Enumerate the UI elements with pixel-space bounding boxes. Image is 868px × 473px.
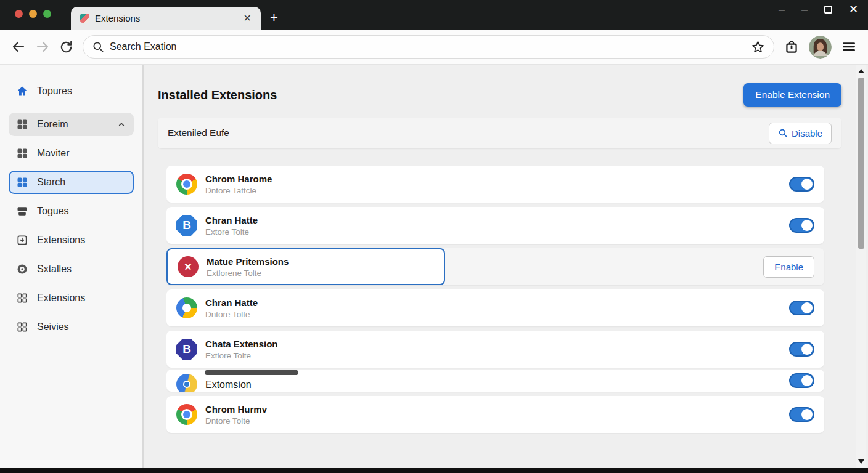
extension-description: Dntore Tolte (205, 416, 267, 426)
scrollbar-thumb[interactable] (858, 78, 864, 249)
search-icon (92, 41, 104, 53)
extension-name: Chran Hatte (205, 297, 258, 308)
extension-row[interactable]: Chran HatteDntore Tolte (166, 289, 824, 326)
sidebar-item-seivies[interactable]: Seivies (9, 315, 134, 339)
minimize-icon-2[interactable]: – (801, 4, 808, 15)
browser-toolbar: Search Exation (0, 30, 868, 65)
extension-row[interactable]: Chrom HurmvDntore Tolte (166, 396, 824, 433)
half-color-icon (176, 374, 197, 392)
extension-row[interactable]: Chrom HaromeDntore Tattcle (166, 166, 824, 203)
sidebar-item-label: Maviter (37, 148, 69, 159)
traffic-lights (15, 10, 51, 18)
close-traffic-light[interactable] (15, 10, 23, 18)
page-title: Installed Extensions (158, 88, 277, 102)
extension-description: Extlore Tolte (205, 351, 278, 360)
extension-toggle[interactable] (789, 407, 814, 422)
new-tab-button[interactable]: + (270, 10, 278, 26)
sidebar-item-topures[interactable]: Topures (9, 79, 134, 103)
grid-outline-icon (16, 292, 28, 304)
extension-info: Chrom HurmvDntore Tolte (176, 396, 267, 433)
extension-description: Extore Tolte (205, 227, 258, 236)
scroll-down-icon[interactable] (858, 459, 864, 464)
toggle-knob (801, 220, 813, 231)
extension-row[interactable]: BChran HatteExtore Tolte (166, 207, 824, 244)
tab-favicon-icon (80, 14, 89, 23)
sidebar: TopuresEoreimMaviterStarchToguesExtensio… (0, 65, 144, 468)
reload-icon[interactable] (59, 40, 73, 54)
chevron-up-icon[interactable] (117, 119, 126, 129)
sidebar-item-maviter[interactable]: Maviter (9, 142, 134, 165)
grid-outline-icon (16, 321, 28, 333)
chrome-logo-icon (176, 404, 197, 425)
extension-name: Matue Pritemsions (207, 256, 289, 267)
extension-name: Chrom Hurmv (205, 404, 267, 414)
extension-name: Chata Extension (205, 339, 278, 349)
extension-toggle[interactable] (789, 177, 814, 192)
grid-icon (16, 118, 28, 131)
toggle-knob (801, 179, 813, 190)
extensions-bag-icon[interactable] (784, 39, 800, 55)
disable-button[interactable]: Disable (769, 123, 832, 144)
search-input[interactable]: Search Exation (110, 41, 177, 52)
filter-label: Exteniled Eufe (168, 127, 229, 139)
toggle-knob (801, 409, 813, 420)
profile-avatar[interactable] (809, 36, 832, 59)
box-arrow-icon (16, 234, 28, 246)
maximize-icon[interactable] (824, 6, 832, 14)
search-icon (778, 128, 788, 138)
toggle-knob (801, 302, 813, 313)
clipped-text-artifact (205, 370, 298, 375)
extension-info: ✕Matue PritemsionsExtlorene Tolte (166, 248, 445, 285)
back-icon[interactable] (11, 39, 26, 54)
extension-row[interactable]: ✕Matue PritemsionsExtlorene TolteEnable (166, 248, 824, 285)
sidebar-item-eoreim[interactable]: Eoreim (9, 113, 134, 136)
extension-toggle[interactable] (789, 301, 814, 315)
zoom-traffic-light[interactable] (43, 10, 51, 18)
extension-list: Chrom HaromeDntore TattcleBChran HatteEx… (166, 166, 824, 433)
main-header: Installed Extensions Enable Extension (158, 83, 841, 107)
extension-row[interactable]: BChata ExtensionExtlore Tolte (166, 331, 824, 368)
toggle-knob (801, 375, 813, 386)
scrollbar[interactable] (856, 65, 866, 468)
minimize-icon[interactable]: – (779, 4, 785, 15)
extension-toggle[interactable] (789, 218, 814, 233)
window-close-icon[interactable]: ✕ (849, 4, 858, 15)
sidebar-item-label: Topures (37, 86, 72, 97)
disable-button-label: Disable (792, 128, 822, 139)
minimize-traffic-light[interactable] (29, 10, 37, 18)
color-ring-icon (176, 297, 197, 318)
chrome-logo-icon (176, 174, 197, 195)
extension-description: Extlorene Tolte (207, 269, 289, 278)
bottom-bar (0, 468, 868, 473)
sidebar-item-label: Seivies (37, 321, 69, 333)
sidebar-item-starch[interactable]: Starch (9, 171, 134, 194)
sidebar-item-sxtalles[interactable]: Sxtalles (9, 257, 134, 281)
extension-toggle[interactable] (789, 342, 814, 357)
sidebar-item-label: Sxtalles (37, 264, 72, 275)
scroll-up-icon[interactable] (858, 69, 864, 73)
extension-row[interactable]: Extomsion (166, 370, 824, 392)
bookmark-star-icon[interactable] (751, 40, 765, 54)
extension-description: Dntore Tattcle (205, 186, 272, 195)
address-bar[interactable]: Search Exation (83, 35, 774, 59)
sidebar-item-togues[interactable]: Togues (9, 200, 134, 223)
menu-hamburger-icon[interactable] (841, 39, 857, 55)
sidebar-item-label: Starch (37, 177, 65, 188)
browser-tab-extensions[interactable]: Extensions ✕ (71, 7, 261, 30)
tab-close-icon[interactable]: ✕ (244, 12, 252, 24)
enable-extension-button[interactable]: Enable Extension (743, 83, 841, 107)
extension-info: BChata ExtensionExtlore Tolte (176, 331, 278, 368)
sidebar-item-extensions[interactable]: Extensions (9, 286, 134, 310)
archive-icon (16, 205, 28, 217)
forward-icon[interactable] (35, 39, 50, 54)
home-icon (16, 85, 28, 97)
toggle-knob (801, 344, 813, 355)
sidebar-item-extensions[interactable]: Extensions (9, 228, 134, 252)
grid-icon (16, 147, 28, 160)
sidebar-item-label: Extensions (37, 235, 85, 246)
target-icon (16, 263, 28, 275)
row-enable-button[interactable]: Enable (763, 256, 814, 278)
extension-info: Chrom HaromeDntore Tattcle (176, 166, 272, 203)
extension-description: Dntore Tolte (205, 310, 258, 319)
extension-toggle[interactable] (789, 373, 814, 388)
